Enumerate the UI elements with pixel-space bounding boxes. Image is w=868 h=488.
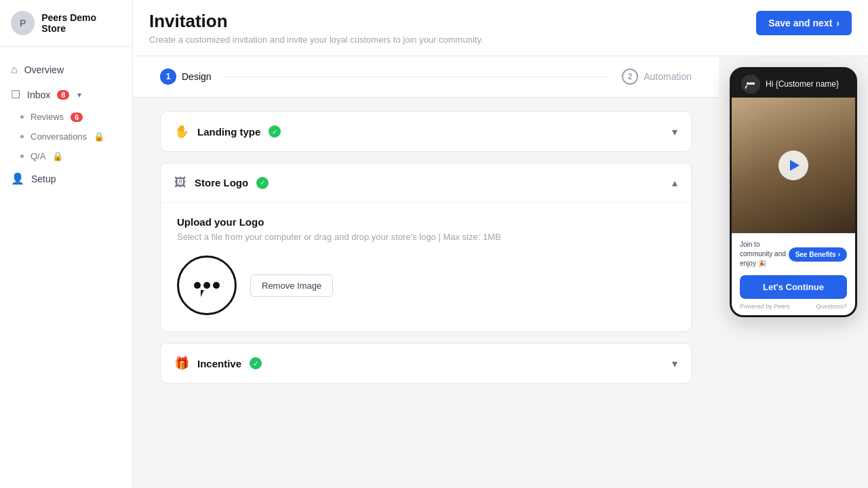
phone-video-area	[732, 98, 855, 233]
svg-point-2	[752, 82, 755, 85]
chevron-down-icon: ▾	[672, 125, 677, 138]
page-subtitle: Create a customized invitation and invit…	[149, 35, 484, 45]
step-label: Automation	[644, 71, 692, 82]
avatar: P	[11, 11, 35, 35]
lets-continue-button[interactable]: Let's Continue	[740, 275, 847, 299]
landing-type-section: ✋ Landing type ✓ ▾	[160, 111, 692, 152]
logo-circle	[177, 256, 237, 315]
dot-1	[194, 282, 201, 289]
phone-bottom: Join to community and enjoy 🎉 See Benefi…	[732, 233, 855, 315]
dot-icon	[20, 115, 24, 119]
check-icon: ✓	[269, 125, 281, 138]
inbox-icon: ☐	[11, 88, 20, 101]
remove-image-button[interactable]: Remove Image	[250, 274, 333, 297]
form-area: 1 Design 2 Automation ✋ Landing type	[133, 56, 719, 488]
check-icon: ✓	[256, 177, 269, 189]
see-benefits-button[interactable]: See Benefits ›	[789, 247, 847, 262]
landing-type-header[interactable]: ✋ Landing type ✓ ▾	[161, 112, 691, 151]
steps-bar: 1 Design 2 Automation	[133, 56, 719, 98]
store-logo-section: 🖼 Store Logo ✓ ▴ Upload your Logo Select…	[160, 163, 692, 332]
store-logo-body: Upload your Logo Select a file from your…	[161, 202, 691, 331]
check-icon: ✓	[250, 357, 262, 369]
dot-2	[203, 282, 210, 289]
step-design[interactable]: 1 Design	[160, 68, 212, 85]
phone-logo-icon	[741, 75, 760, 94]
phone-footer: Powered by Peers Questions?	[740, 303, 847, 310]
section-title: Incentive	[197, 358, 241, 369]
step-circle-1: 1	[160, 68, 176, 85]
incentive-icon: 🎁	[174, 356, 189, 371]
logo-preview-area: Remove Image	[177, 256, 675, 315]
phone-mockup: Hi {Customer name} Join to community and…	[730, 67, 857, 317]
form-sections: ✋ Landing type ✓ ▾ 🖼 Store Logo ✓	[133, 98, 719, 408]
step-divider	[225, 77, 609, 77]
sidebar-item-setup[interactable]: 👤 Setup	[0, 166, 132, 191]
incentive-header[interactable]: 🎁 Incentive ✓ ▾	[161, 344, 691, 383]
step-circle-2: 2	[622, 68, 638, 85]
sidebar-item-label: Conversations	[31, 131, 87, 142]
svg-point-0	[747, 82, 749, 85]
dot-icon	[20, 135, 24, 138]
store-logo-header[interactable]: 🖼 Store Logo ✓ ▴	[161, 163, 691, 202]
phone-join-row: Join to community and enjoy 🎉 See Benefi…	[740, 240, 847, 268]
step-automation[interactable]: 2 Automation	[622, 68, 692, 85]
join-text: Join to community and enjoy 🎉	[740, 240, 789, 268]
sidebar-item-qa[interactable]: Q/A 🔒	[0, 146, 132, 166]
speech-tail	[201, 290, 209, 297]
dot-3	[213, 282, 220, 289]
play-triangle-icon	[790, 160, 800, 171]
main-area: Invitation Create a customized invitatio…	[133, 0, 868, 488]
step-label: Design	[182, 71, 212, 82]
reviews-badge: 6	[71, 113, 83, 122]
sidebar-header[interactable]: P Peers Demo Store	[0, 0, 132, 47]
sidebar-item-label: Setup	[31, 174, 56, 184]
lock-icon: 🔒	[94, 131, 104, 142]
phone-greeting: Hi {Customer name}	[766, 79, 839, 89]
preview-panel: Hi {Customer name} Join to community and…	[719, 56, 868, 488]
content-area: 1 Design 2 Automation ✋ Landing type	[133, 56, 868, 488]
sidebar-item-label: Q/A	[31, 151, 45, 161]
incentive-section: 🎁 Incentive ✓ ▾	[160, 343, 692, 384]
play-button[interactable]	[778, 150, 808, 180]
logo-dots	[194, 282, 220, 289]
dot-icon	[20, 155, 24, 158]
chevron-down-icon: ▾	[672, 357, 677, 370]
landing-type-icon: ✋	[174, 124, 189, 139]
chevron-down-icon: ▾	[77, 90, 81, 100]
upload-title: Upload your Logo	[177, 216, 675, 228]
home-icon: ⌂	[11, 64, 18, 76]
sidebar-item-overview[interactable]: ⌂ Overview	[0, 58, 132, 82]
save-next-button[interactable]: Save and next ›	[756, 11, 852, 35]
store-name: Peers Demo Store	[41, 12, 121, 34]
section-title: Landing type	[197, 126, 260, 138]
sidebar-nav: ⌂ Overview ☐ Inbox 8 ▾ Reviews 6 Convers…	[0, 47, 132, 488]
sidebar-item-reviews[interactable]: Reviews 6	[0, 107, 132, 127]
lock-icon: 🔒	[52, 151, 63, 161]
topbar: Invitation Create a customized invitatio…	[133, 0, 868, 56]
setup-icon: 👤	[11, 172, 24, 185]
store-logo-icon: 🖼	[174, 176, 186, 190]
sidebar-item-label: Reviews	[31, 112, 64, 122]
chevron-up-icon: ▴	[672, 176, 677, 189]
upload-subtitle: Select a file from your computer or drag…	[177, 232, 675, 242]
arrow-right-icon: ›	[836, 18, 840, 28]
inbox-badge: 8	[57, 90, 69, 100]
svg-point-1	[749, 82, 752, 85]
sidebar-item-label: Overview	[24, 64, 64, 75]
sidebar-item-inbox[interactable]: ☐ Inbox 8 ▾	[0, 82, 132, 107]
page-title: Invitation	[149, 11, 484, 32]
page-header: Invitation Create a customized invitatio…	[149, 11, 484, 45]
phone-top-bar: Hi {Customer name}	[732, 69, 855, 98]
sidebar-item-conversations[interactable]: Conversations 🔒	[0, 127, 132, 146]
arrow-right-icon: ›	[838, 251, 840, 258]
questions-text: Questions?	[816, 303, 847, 310]
powered-by-text: Powered by Peers	[740, 303, 790, 310]
sidebar: P Peers Demo Store ⌂ Overview ☐ Inbox 8 …	[0, 0, 133, 488]
sidebar-item-label: Inbox	[27, 89, 50, 100]
section-title: Store Logo	[195, 177, 248, 188]
